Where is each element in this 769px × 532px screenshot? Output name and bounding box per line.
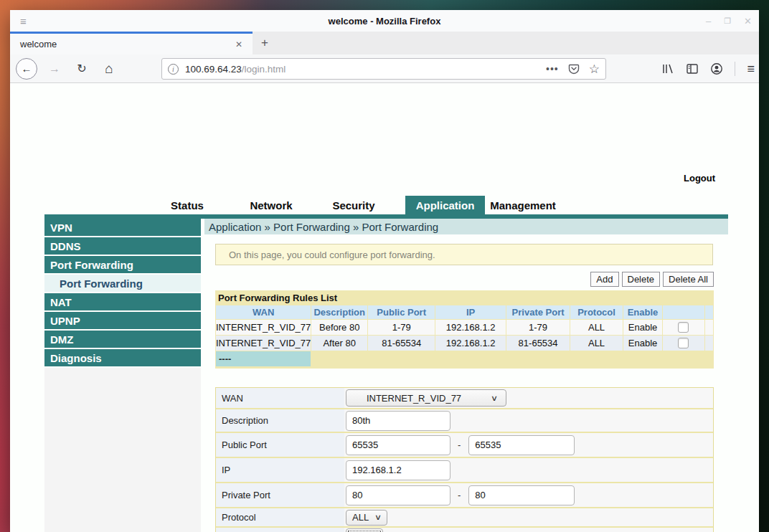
table-row: INTERNET_R_VID_77 Before 80 1-79 192.168…	[216, 320, 713, 335]
app-menu-icon[interactable]: ≡	[747, 62, 755, 77]
rules-table-title: Port Forwarding Rules List	[215, 290, 714, 305]
sidebar-background	[44, 368, 201, 532]
rules-table-container: Port Forwarding Rules List WAN Descripti…	[215, 290, 714, 369]
protocol-select-value: ALL	[352, 512, 369, 523]
maximize-icon[interactable]: ❐	[724, 16, 731, 26]
cell-spacer	[705, 336, 713, 351]
cell-spacer	[705, 320, 713, 335]
col-select	[663, 305, 704, 319]
new-tab-button[interactable]: +	[253, 32, 277, 54]
logout-link[interactable]: Logout	[684, 173, 715, 184]
public-port-from-input[interactable]	[346, 435, 450, 455]
col-description: Description	[311, 305, 367, 319]
router-page: Logout Status Network Security Applicati…	[10, 83, 759, 531]
home-icon: ⌂	[105, 61, 113, 77]
rule-actions: Add Delete Delete All	[204, 272, 714, 287]
site-info-icon[interactable]: i	[168, 64, 179, 75]
placeholder-cell: ----	[216, 351, 311, 366]
breadcrumb: Application » Port Forwarding » Port For…	[204, 219, 728, 234]
col-private-port: Private Port	[506, 305, 570, 319]
pocket-icon[interactable]	[568, 63, 580, 75]
private-port-to-input[interactable]	[468, 485, 575, 505]
tab-network[interactable]: Network	[239, 196, 303, 214]
public-port-to-input[interactable]	[468, 435, 575, 455]
private-port-label: Private Port	[216, 483, 344, 507]
row-checkbox[interactable]	[678, 322, 689, 333]
chevron-down-icon: ∨	[374, 513, 382, 522]
sidebar-item-ddns[interactable]: DDNS	[44, 237, 201, 255]
public-port-label: Public Port	[216, 433, 344, 457]
tab-close-icon[interactable]: ✕	[232, 38, 245, 51]
sidebar-subitem-port-forwarding[interactable]: Port Forwarding	[44, 275, 201, 292]
cell-private-port: 81-65534	[506, 336, 570, 351]
minimize-icon[interactable]: –	[706, 16, 711, 27]
sidebar-item-upnp[interactable]: UPNP	[44, 312, 201, 329]
rules-table: WAN Description Public Port IP Private P…	[215, 305, 714, 367]
forward-button[interactable]: →	[44, 59, 65, 79]
range-separator: -	[458, 490, 461, 500]
tab-management[interactable]: Management	[485, 196, 561, 214]
delete-all-button[interactable]: Delete All	[663, 272, 714, 287]
cell-enable: Enable	[623, 320, 662, 335]
desktop-wallpaper: ≡ welcome - Mozilla Firefox – ❐ ✕ welcom…	[0, 0, 769, 532]
cell-enable: Enable	[623, 336, 662, 351]
sidebar-item-port-forwarding[interactable]: Port Forwarding	[44, 256, 201, 273]
cell-public-port: 1-79	[368, 320, 435, 335]
window-menu-icon[interactable]: ≡	[20, 15, 27, 27]
table-row: INTERNET_R_VID_77 After 80 81-65534 192.…	[216, 336, 713, 351]
tab-application[interactable]: Application	[405, 196, 485, 214]
navigation-toolbar: ← → ↻ ⌂ i 100.69.64.23/login.html ••• ☆	[10, 54, 759, 83]
url-bar[interactable]: i 100.69.64.23/login.html ••• ☆	[161, 58, 606, 80]
protocol-select[interactable]: ALL ∨	[346, 510, 387, 526]
sidebar-item-nat[interactable]: NAT	[44, 293, 201, 310]
cell-description: Before 80	[311, 320, 367, 335]
description-label: Description	[216, 409, 344, 432]
col-spacer	[705, 305, 713, 319]
delete-button[interactable]: Delete	[622, 272, 661, 287]
rule-edit-form: WAN INTERNET_R_VID_77 ∨ Description Publ…	[215, 387, 714, 532]
library-icon[interactable]	[661, 62, 674, 75]
page-actions-icon[interactable]: •••	[546, 63, 559, 75]
cell-private-port: 1-79	[506, 320, 570, 335]
window-title: welcome - Mozilla Firefox	[10, 16, 759, 27]
cell-select	[663, 336, 704, 351]
wan-select[interactable]: INTERNET_R_VID_77 ∨	[346, 389, 506, 407]
range-separator: -	[458, 440, 461, 450]
enable-label: Enable	[216, 528, 344, 532]
tab-status[interactable]: Status	[155, 196, 220, 214]
url-path: /login.html	[242, 64, 286, 75]
home-button[interactable]: ⌂	[99, 59, 119, 79]
account-icon[interactable]	[710, 62, 723, 75]
back-button[interactable]: ←	[16, 58, 37, 80]
wan-select-value: INTERNET_R_VID_77	[367, 393, 461, 404]
enable-select[interactable]: Enabl ∨	[346, 528, 383, 532]
reload-button[interactable]: ↻	[72, 59, 92, 79]
close-icon[interactable]: ✕	[744, 16, 752, 27]
sidebar-toggle-icon[interactable]	[686, 62, 699, 75]
tab-bar: welcome ✕ +	[10, 32, 759, 54]
col-protocol: Protocol	[570, 305, 623, 319]
cell-public-port: 81-65534	[368, 336, 435, 351]
back-icon: ←	[22, 62, 32, 75]
tab-welcome[interactable]: welcome ✕	[10, 32, 253, 54]
url-text[interactable]: 100.69.64.23/login.html	[185, 64, 546, 75]
row-checkbox[interactable]	[678, 338, 689, 348]
ip-input[interactable]	[346, 460, 450, 480]
cell-description: After 80	[311, 336, 367, 351]
firefox-window: ≡ welcome - Mozilla Firefox – ❐ ✕ welcom…	[10, 10, 759, 532]
description-input[interactable]	[346, 411, 450, 431]
sidebar-item-diagnosis[interactable]: Diagnosis	[44, 349, 201, 366]
page-hint-text: On this page, you could configure port f…	[229, 250, 435, 260]
tab-security[interactable]: Security	[321, 196, 386, 214]
placeholder-row: ----	[216, 351, 713, 366]
add-button[interactable]: Add	[590, 272, 618, 287]
page-hint-box: On this page, you could configure port f…	[215, 244, 713, 265]
tab-title: welcome	[20, 39, 232, 49]
private-port-from-input[interactable]	[346, 485, 450, 505]
sidebar-item-vpn[interactable]: VPN	[44, 219, 201, 236]
cell-ip: 192.168.1.2	[435, 336, 506, 351]
url-host: 100.69.64.23	[185, 64, 242, 75]
bookmark-star-icon[interactable]: ☆	[589, 62, 600, 77]
protocol-label: Protocol	[216, 508, 344, 526]
sidebar-item-dmz[interactable]: DMZ	[44, 331, 201, 348]
